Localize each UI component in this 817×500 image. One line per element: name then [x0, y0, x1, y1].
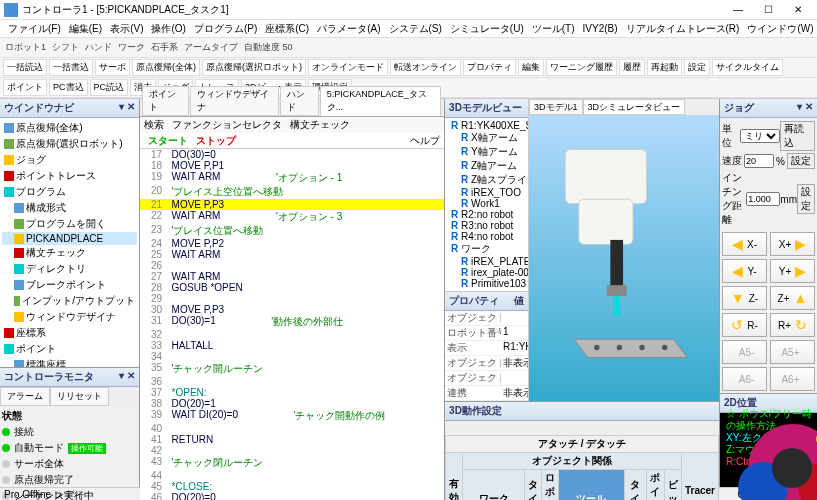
d3-grid[interactable]: アタッチ / デタッチ有効オブジェクト関係Tracerワークタイプロボットツール… [445, 435, 719, 500]
tree-item[interactable]: 構成形式 [2, 200, 137, 216]
jog-button-X-[interactable]: ◀X- [722, 232, 767, 256]
model-tree-item[interactable]: R X軸アーム [447, 131, 526, 145]
tb-button[interactable]: 再起動 [647, 59, 682, 76]
menu-8[interactable]: シミュレータ(U) [446, 22, 528, 36]
model-tree-item[interactable]: R R4:no robot [447, 231, 526, 242]
props-row[interactable]: オブジェクト名非表示 [445, 356, 528, 371]
viewport-3d[interactable]: 3Dモデル1 3Dシミュレータビュー [529, 99, 719, 401]
tree-item[interactable]: 座標系 [2, 325, 137, 341]
menu-7[interactable]: システム(S) [385, 22, 446, 36]
props-row[interactable]: オブジェクト... [445, 371, 528, 386]
code-line[interactable]: 44 [140, 470, 444, 481]
tb-button[interactable]: プロパティ [463, 59, 516, 76]
code-line[interactable]: 33 HALTALL [140, 340, 444, 351]
jog-speed-input[interactable] [744, 154, 774, 168]
code-line[interactable]: 24 MOVE P,P2 [140, 238, 444, 249]
code-line[interactable]: 19 WAIT ARM 'オプション - 1 [140, 171, 444, 185]
jog-set2-button[interactable]: 設定 [797, 184, 815, 214]
tree-item[interactable]: プログラムを開く [2, 216, 137, 232]
jog-set-button[interactable]: 設定 [787, 153, 815, 169]
code-line[interactable]: 17 DO(30)=0 [140, 149, 444, 160]
close-button[interactable]: ✕ [783, 1, 813, 19]
stop-button[interactable]: ストップ [192, 134, 240, 148]
tb-button[interactable]: 原点復帰(選択ロボット) [202, 59, 306, 76]
jog-unit-select[interactable]: ミリ [740, 129, 780, 143]
props-row[interactable]: 表示R1:YK400XE... [445, 341, 528, 356]
tree-item[interactable]: PICKANDPLACE [2, 232, 137, 245]
jog-button-R-[interactable]: ↺R- [722, 313, 767, 337]
tb-label[interactable]: 石手系 [148, 41, 181, 54]
menu-4[interactable]: プログラム(P) [190, 22, 261, 36]
menu-5[interactable]: 座標系(C) [261, 22, 313, 36]
tb-button[interactable]: サーボ [95, 59, 130, 76]
tb-button[interactable]: 一括読込 [3, 59, 47, 76]
model-tree-item[interactable]: R irex_plate-000 [447, 267, 526, 278]
code-line[interactable]: 26 [140, 260, 444, 271]
jog-pin-icon[interactable]: ▾ ✕ [797, 101, 813, 115]
code-line[interactable]: 38 DO(20)=1 [140, 398, 444, 409]
tb-button[interactable]: 一括書込 [49, 59, 93, 76]
menu-10[interactable]: IVY2(B) [579, 23, 622, 34]
tb-button[interactable]: 転送オンライン [390, 59, 461, 76]
code-line[interactable]: 39 WAIT DI(20)=0 'チャック開動作の例 [140, 409, 444, 423]
panel-pin-icon[interactable]: ▾ ✕ [119, 101, 135, 115]
code-line[interactable]: 42 [140, 445, 444, 456]
code-line[interactable]: 32 [140, 329, 444, 340]
tree-item[interactable]: プログラム [2, 184, 137, 200]
tb-label[interactable]: ハンド [82, 41, 115, 54]
jog-button-Z+[interactable]: Z+▲ [770, 286, 815, 310]
jog-inch-input[interactable] [746, 192, 780, 206]
scene-3d[interactable] [529, 115, 719, 401]
code-tab[interactable]: ハンド [280, 86, 319, 116]
tb-label[interactable]: 自動速度 50 [241, 41, 296, 54]
code-line[interactable]: 36 [140, 376, 444, 387]
code-line[interactable]: 29 [140, 293, 444, 304]
code-editor[interactable]: 17 DO(30)=018 MOVE P,P119 WAIT ARM 'オプショ… [140, 149, 444, 500]
model-tree-body[interactable]: R R1:YK400XE_SR X軸アームR Y軸アームR Z軸アームR Z軸ス… [445, 118, 528, 291]
menu-11[interactable]: リアルタイムトレース(R) [622, 22, 744, 36]
tb-label[interactable]: ワーク [115, 41, 148, 54]
help-link[interactable]: ヘルプ [410, 134, 440, 148]
cm-tab-reset[interactable]: リリセット [50, 387, 109, 406]
model-tree-item[interactable]: R R1:YK400XE_S [447, 120, 526, 131]
jog-button-A5-[interactable]: A5- [722, 340, 767, 364]
menu-2[interactable]: 表示(V) [106, 22, 147, 36]
maximize-button[interactable]: ☐ [753, 1, 783, 19]
code-tab[interactable]: ポイント [142, 86, 189, 116]
model-tree-item[interactable]: R Z軸アーム [447, 159, 526, 173]
tb-label[interactable]: ロボット1 [2, 41, 49, 54]
tb-label[interactable]: アームタイプ [181, 41, 241, 54]
tree-item[interactable]: ウィンドウデザイナ [2, 309, 137, 325]
tree-item[interactable]: 構文チェック [2, 245, 137, 261]
jog-reload-button[interactable]: 再読込 [780, 121, 815, 151]
menu-0[interactable]: ファイル(F) [4, 22, 65, 36]
tree-item[interactable]: インプット/アウトプット [2, 293, 137, 309]
jog-button-A6+[interactable]: A6+ [770, 367, 815, 391]
code-line[interactable]: 25 WAIT ARM [140, 249, 444, 260]
jog-button-A5+[interactable]: A5+ [770, 340, 815, 364]
code-line[interactable]: 37 *OPEN: [140, 387, 444, 398]
tb-button[interactable]: サイクルタイム [712, 59, 783, 76]
menu-6[interactable]: パラメータ(A) [313, 22, 384, 36]
vp-tab-sim[interactable]: 3Dシミュレータビュー [583, 99, 686, 115]
jog-button-Y+[interactable]: Y+▶ [770, 259, 815, 283]
tb-button[interactable]: オンラインモード [308, 59, 388, 76]
model-tree-item[interactable]: R R2:no robot [447, 209, 526, 220]
jog-button-Z-[interactable]: ▼Z- [722, 286, 767, 310]
tree-item[interactable]: 原点復帰(選択ロボット) [2, 136, 137, 152]
tb-button[interactable]: 履歴 [619, 59, 645, 76]
code-line[interactable]: 40 [140, 423, 444, 434]
code-line[interactable]: 43 'チャック閉ルーチン [140, 456, 444, 470]
code-line[interactable]: 28 GOSUB *OPEN [140, 282, 444, 293]
jog-button-R+[interactable]: R+↻ [770, 313, 815, 337]
code-line[interactable]: 27 WAIT ARM [140, 271, 444, 282]
code-line[interactable]: 20 'プレイス上空位置へ移動 [140, 185, 444, 199]
tb-button[interactable]: 設定 [684, 59, 710, 76]
code-line[interactable]: 22 WAIT ARM 'オプション - 3 [140, 210, 444, 224]
jog-button-A6-[interactable]: A6- [722, 367, 767, 391]
tb2-button[interactable]: ポイント [3, 79, 47, 96]
tree-item[interactable]: ジョグ [2, 152, 137, 168]
model-tree-item[interactable]: R Primitive103 [447, 278, 526, 289]
menu-3[interactable]: 操作(O) [147, 22, 189, 36]
vp-tab-model[interactable]: 3Dモデル1 [529, 99, 583, 115]
